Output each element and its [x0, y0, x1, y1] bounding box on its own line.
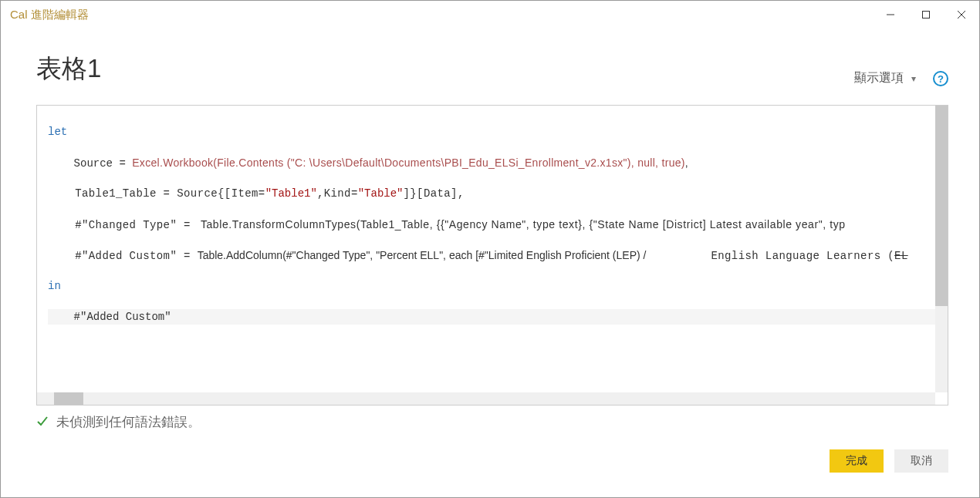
- horizontal-scrollbar[interactable]: [37, 392, 935, 405]
- maximize-icon: [921, 10, 931, 19]
- horizontal-scrollbar-thumb[interactable]: [54, 392, 83, 405]
- cancel-button[interactable]: 取消: [894, 449, 948, 473]
- status-row: 未偵測到任何語法錯誤。: [36, 413, 948, 431]
- content-area: 表格1 顯示選項 ▾ ? let Source = Excel.Workbook…: [1, 29, 979, 497]
- vertical-scrollbar-thumb[interactable]: [935, 106, 948, 306]
- page-title: 表格1: [36, 52, 101, 86]
- window-title: Cal 進階編輯器: [10, 8, 89, 22]
- code-editor[interactable]: let Source = Excel.Workbook(File.Content…: [36, 105, 948, 405]
- close-button[interactable]: [944, 1, 979, 29]
- dialog-buttons: 完成 取消: [36, 449, 948, 490]
- minimize-button[interactable]: [873, 1, 908, 29]
- window-controls: [873, 1, 979, 29]
- status-message: 未偵測到任何語法錯誤。: [56, 413, 201, 431]
- minimize-icon: [886, 10, 895, 19]
- close-icon: [957, 10, 966, 19]
- display-options-label: 顯示選項: [854, 70, 904, 86]
- header-row: 表格1 顯示選項 ▾ ?: [36, 52, 948, 86]
- maximize-button[interactable]: [908, 1, 944, 29]
- chevron-down-icon: ▾: [911, 73, 916, 84]
- checkmark-icon: [36, 415, 49, 430]
- keyword-in: in: [48, 280, 61, 292]
- help-button[interactable]: ?: [933, 71, 948, 86]
- done-button[interactable]: 完成: [830, 449, 884, 473]
- help-icon: ?: [938, 73, 944, 85]
- keyword-let: let: [48, 126, 67, 138]
- vertical-scrollbar[interactable]: [935, 106, 948, 392]
- code-editor-content[interactable]: let Source = Excel.Workbook(File.Content…: [37, 106, 935, 392]
- display-options-dropdown[interactable]: 顯示選項 ▾: [854, 70, 916, 86]
- advanced-editor-window: Cal 進階編輯器 表格1 顯示選項 ▾ ? le: [0, 0, 980, 498]
- svg-rect-1: [923, 12, 930, 19]
- titlebar: Cal 進階編輯器: [1, 1, 979, 29]
